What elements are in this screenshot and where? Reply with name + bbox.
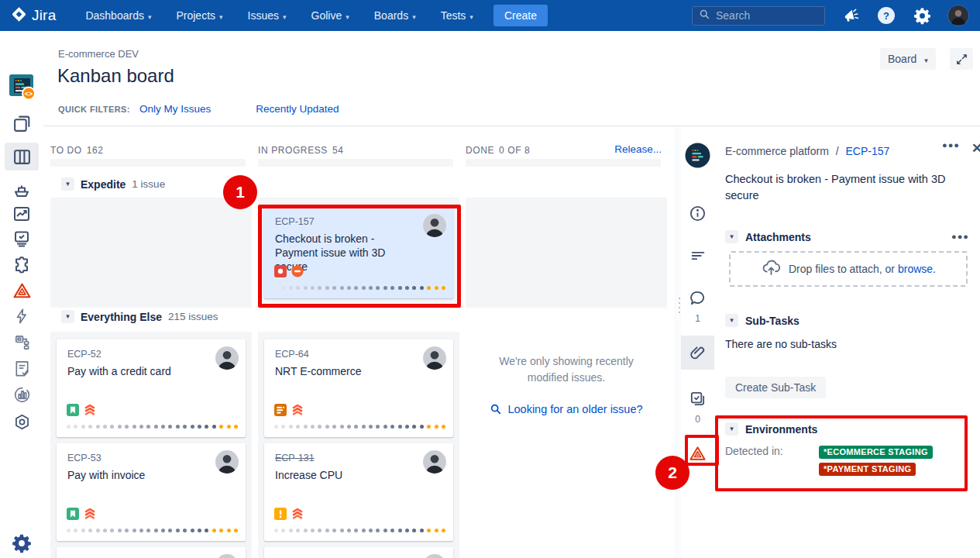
- panel-tab-subtasks[interactable]: [681, 383, 714, 414]
- issue-card-ecp-64[interactable]: ECP-64NRT E-commerce: [264, 339, 453, 437]
- collapse-swimlane-button[interactable]: ▾: [61, 310, 74, 323]
- browse-link[interactable]: browse.: [898, 263, 936, 275]
- assignee-avatar: [215, 450, 239, 474]
- column-count: 0 OF 8: [499, 145, 530, 156]
- subtasks-section-header: ▾ Sub-Tasks: [725, 314, 799, 327]
- environments-section-header: ▾ Environments: [725, 422, 817, 436]
- search-box[interactable]: [692, 6, 825, 26]
- collapse-swimlane-button[interactable]: ▾: [61, 177, 74, 191]
- close-icon[interactable]: ✕: [971, 142, 980, 155]
- issue-card-ecp-54[interactable]: ECP-54: [57, 547, 246, 558]
- search-input[interactable]: [716, 9, 809, 22]
- nav-label: Golive: [311, 9, 342, 22]
- top-navbar: Jira Dashboards▾Projects▾Issues▾Golive▾B…: [0, 0, 980, 31]
- issue-card-ecp-53[interactable]: ECP-53Pay with invoice: [57, 443, 246, 541]
- chevron-down-icon: ▾: [924, 57, 928, 64]
- nav-label: Projects: [176, 9, 215, 22]
- topbar-right: ?: [692, 5, 969, 26]
- panel-resizer[interactable]: [674, 126, 681, 558]
- sidebar-kanban-board[interactable]: [5, 143, 39, 170]
- column-header-to-do: TO DO162: [50, 145, 104, 156]
- panel-tab-comments[interactable]: [681, 282, 714, 313]
- swimlane-count: 1 issue: [132, 178, 165, 190]
- card-title: NRT E-commerce: [275, 364, 419, 378]
- nav-golive[interactable]: Golive▾: [311, 9, 349, 22]
- sidebar-backlog[interactable]: [5, 109, 39, 137]
- announcements-megaphone-icon[interactable]: [841, 5, 861, 26]
- create-subtask-button[interactable]: Create Sub-Task: [725, 377, 826, 398]
- issues-icon: [12, 229, 31, 248]
- nav-dashboards[interactable]: Dashboards▾: [85, 9, 151, 22]
- issue-breadcrumb: E-commerce platform / ECP-157: [725, 145, 889, 157]
- automation-icon: [13, 308, 30, 325]
- panel-project-avatar[interactable]: [681, 140, 714, 170]
- settings-gear-icon[interactable]: [912, 5, 932, 26]
- reports-icon: [12, 205, 31, 223]
- jira-kanban-screen: Jira Dashboards▾Projects▾Issues▾Golive▾B…: [0, 0, 980, 558]
- issue-project-link[interactable]: E-commerce platform: [725, 145, 829, 157]
- panel-tab-details[interactable]: [681, 198, 714, 229]
- panel-tab-attachments[interactable]: [681, 336, 714, 370]
- issue-card-ecp-157[interactable]: ECP-157Checkout is broken - Payment issu…: [264, 207, 453, 298]
- attachments-dropzone[interactable]: Drop files to attach, orbrowse.: [729, 251, 968, 287]
- highest-icon: [84, 404, 96, 416]
- sidebar-insights[interactable]: [5, 381, 39, 408]
- help-icon[interactable]: ?: [876, 5, 896, 26]
- nav-boards[interactable]: Boards▾: [374, 9, 416, 22]
- sidebar-settings[interactable]: [5, 529, 39, 557]
- story-icon: [67, 404, 79, 416]
- sidebar-structure[interactable]: [5, 328, 39, 356]
- panel-tab-description[interactable]: [681, 240, 714, 271]
- backlog-icon: [12, 114, 32, 133]
- sidebar-automation[interactable]: [5, 302, 39, 330]
- older-issue-link[interactable]: Looking for an older issue?: [466, 403, 667, 415]
- sidebar-pages[interactable]: [5, 354, 39, 382]
- sidebar-reports[interactable]: [5, 200, 39, 228]
- search-icon: [699, 9, 710, 23]
- chart-circle-icon: [13, 386, 31, 404]
- quick-filter-only-my-issues[interactable]: Only My Issues: [139, 103, 211, 115]
- chevron-down-icon: ▾: [148, 13, 152, 21]
- project-sidebar: <>»: [0, 31, 43, 558]
- attachments-more-icon[interactable]: ●●●: [951, 232, 969, 241]
- assignee-avatar: [215, 346, 239, 370]
- swimlane-1-column-3: [466, 198, 667, 308]
- incident-icon: [12, 281, 32, 301]
- dropzone-text: Drop files to attach, orbrowse.: [789, 263, 936, 275]
- user-avatar[interactable]: [947, 5, 969, 26]
- drag-handle-icon[interactable]: [679, 298, 680, 313]
- fullscreen-button[interactable]: [950, 48, 973, 70]
- nav-issues[interactable]: Issues▾: [248, 9, 287, 22]
- quick-filter-recently-updated[interactable]: Recently Updated: [256, 103, 339, 115]
- column-count: 162: [87, 145, 104, 156]
- project-avatar[interactable]: <>: [5, 73, 39, 101]
- jira-brand[interactable]: Jira: [11, 6, 56, 26]
- issue-card-ecp-52[interactable]: ECP-52Pay with a credit card: [57, 339, 246, 437]
- more-actions-icon[interactable]: ●●●: [942, 140, 960, 150]
- column-background-top: [258, 159, 453, 167]
- collapse-subtasks-button[interactable]: ▾: [725, 314, 738, 327]
- create-button[interactable]: Create: [493, 5, 548, 26]
- nav-projects[interactable]: Projects▾: [176, 9, 222, 22]
- bug-icon: [274, 265, 287, 277]
- card-age-dots: [274, 286, 445, 290]
- issue-card-ecp-132[interactable]: ECP-132: [264, 547, 453, 558]
- sidebar-issues[interactable]: [5, 225, 39, 253]
- collapse-attachments-button[interactable]: ▾: [725, 230, 738, 243]
- collapse-environments-button[interactable]: ▾: [725, 422, 738, 436]
- nav-tests[interactable]: Tests▾: [441, 9, 473, 22]
- panel-project-avatar: [685, 143, 710, 168]
- sidebar-addons[interactable]: [5, 251, 39, 279]
- card-icon-row: [274, 265, 304, 277]
- swimlane-1-column-2: ECP-157Checkout is broken - Payment issu…: [258, 198, 459, 308]
- board-view-button[interactable]: Board ▾: [880, 48, 936, 70]
- highest-icon: [291, 508, 304, 520]
- sidebar-dev-tools[interactable]: [5, 408, 39, 436]
- sidebar-incidents[interactable]: [5, 277, 39, 305]
- release-link[interactable]: Release...: [570, 143, 662, 155]
- issue-key-link[interactable]: ECP-157: [845, 145, 889, 157]
- breadcrumb[interactable]: E-commerce DEV: [58, 48, 139, 60]
- environments-label: Environments: [745, 423, 817, 436]
- issue-card-ecp-131[interactable]: ECP-131Increase CPU: [264, 443, 453, 541]
- column-count: 54: [332, 145, 344, 156]
